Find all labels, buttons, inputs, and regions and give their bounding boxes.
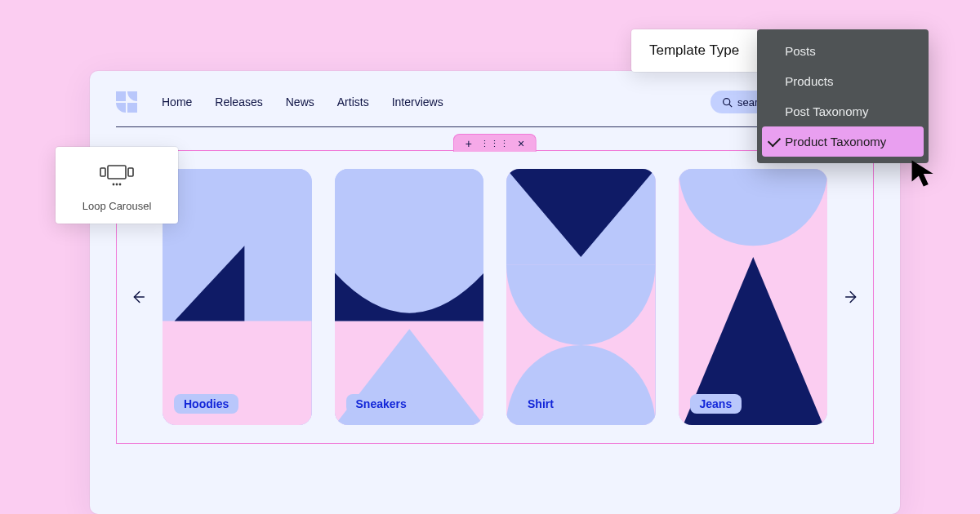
svg-marker-23 [912,160,933,186]
template-type-popup: Template Type Posts Products Post Taxono… [631,29,929,163]
card-art [506,169,656,425]
svg-rect-17 [108,166,126,179]
nav-item-releases[interactable]: Releases [215,95,262,109]
nav-item-news[interactable]: News [286,95,314,109]
svg-rect-18 [100,168,105,176]
selection-frame: Hoodies Sneakers [116,150,874,444]
loop-carousel-icon [99,163,135,190]
template-type-label: Template Type [631,29,757,72]
widget-card-loop-carousel[interactable]: Loop Carousel [56,147,178,224]
carousel-card[interactable]: Sneakers [335,169,484,425]
widget-label: Loop Carousel [64,200,170,212]
carousel-track: Hoodies Sneakers [163,169,827,425]
template-option-product-taxonomy[interactable]: Product Taxonomy [762,126,924,157]
card-label: Hoodies [174,394,238,414]
card-label: Shirt [518,394,564,414]
svg-point-21 [116,184,118,186]
carousel-card[interactable]: Jeans [679,169,828,425]
nav-item-interviews[interactable]: Interviews [392,95,443,109]
brand-logo [116,91,137,113]
svg-point-20 [113,184,115,186]
carousel-next-button[interactable] [842,287,862,307]
svg-rect-0 [116,91,126,101]
carousel-card[interactable]: Hoodies [163,169,312,425]
main-nav: Home Releases News Artists Interviews [162,95,443,109]
section-handle[interactable]: + ⋮⋮⋮ × [453,134,537,152]
cursor-icon [909,158,940,189]
nav-item-home[interactable]: Home [162,95,192,109]
template-option-posts[interactable]: Posts [757,36,929,66]
card-label: Jeans [690,394,742,414]
nav-item-artists[interactable]: Artists [337,95,369,109]
add-icon[interactable]: + [466,138,472,149]
svg-rect-19 [128,168,133,176]
template-type-menu: Posts Products Post Taxonomy Product Tax… [757,29,929,163]
template-option-products[interactable]: Products [757,66,929,96]
svg-point-22 [119,184,122,186]
drag-icon[interactable]: ⋮⋮⋮ [480,141,510,146]
carousel-prev-button[interactable] [128,287,148,307]
editor-canvas: + ⋮⋮⋮ × Hoodies [116,150,874,444]
card-art [335,169,484,425]
svg-rect-1 [127,103,137,113]
card-art [679,169,828,425]
template-option-post-taxonomy[interactable]: Post Taxonomy [757,96,929,126]
card-art [163,169,312,425]
close-icon[interactable]: × [518,138,524,149]
card-label: Sneakers [346,394,416,414]
carousel-card[interactable]: Shirt [506,169,656,425]
